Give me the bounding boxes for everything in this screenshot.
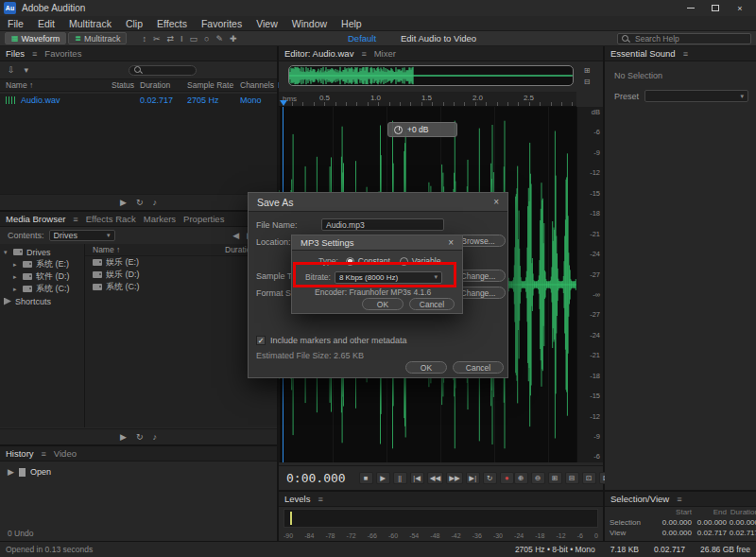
help-search-box[interactable] [617, 33, 751, 44]
selection-duration[interactable]: 0.00.000 [727, 518, 756, 527]
column-header[interactable]: Channels [240, 80, 278, 90]
save-as-ok-button[interactable]: OK [405, 361, 447, 374]
view-end[interactable]: 0.02.717 [692, 529, 727, 537]
menu-item[interactable]: Help [341, 18, 362, 29]
preview-loop-button[interactable]: ↻ [136, 432, 144, 442]
tree-item-drive[interactable]: ▸ 软件 (D:) [0, 270, 84, 283]
preset-select[interactable]: ▾ [644, 90, 748, 102]
menu-item[interactable]: Clip [126, 18, 143, 29]
zoom-out-time-button[interactable]: ⊟ [565, 472, 579, 484]
tab-selection-view[interactable]: Selection/View [610, 494, 669, 504]
record-button[interactable]: ● [500, 472, 514, 484]
column-name[interactable]: Name ↑ [93, 245, 225, 254]
contents-select[interactable]: Drives ▾ [49, 230, 115, 241]
view-start[interactable]: 0.00.000 [657, 529, 692, 537]
tab-video[interactable]: Video [54, 448, 77, 459]
timeline-ruler[interactable]: hms 0.51.01.52.02.5 [279, 92, 576, 107]
zoom-in-time-button[interactable]: ⊞ [548, 472, 562, 484]
tab-files[interactable]: Files [6, 48, 25, 59]
workspace-default[interactable]: Default [348, 33, 376, 44]
history-item-open[interactable]: ▶ Open [0, 465, 277, 479]
back-icon[interactable]: ◀ [232, 231, 239, 240]
editor-panel-menu-icon[interactable]: ≡ [361, 49, 366, 59]
menu-item[interactable]: Effects [157, 18, 187, 29]
files-search-box[interactable] [129, 65, 197, 76]
menu-item[interactable]: Edit [38, 18, 55, 29]
include-markers-checkbox[interactable]: ✓ [256, 336, 266, 345]
tree-item-drive[interactable]: ▸ 系统 (E:) [0, 258, 84, 270]
tab-levels[interactable]: Levels [284, 494, 310, 504]
slip-tool-icon[interactable]: ⇄ [167, 34, 175, 44]
rewind-button[interactable]: ◀◀ [427, 472, 444, 484]
selview-panel-menu-icon[interactable]: ≡ [677, 495, 681, 504]
tree-item-shortcuts[interactable]: Shortcuts [0, 295, 84, 307]
paintbrush-tool-icon[interactable]: ✎ [216, 34, 224, 44]
selection-start[interactable]: 0.00.000 [657, 518, 692, 527]
tab-mixer[interactable]: Mixer [374, 48, 396, 59]
preview-autoplay-button[interactable]: ♪ [152, 198, 157, 207]
time-display[interactable]: 0:00.000 [286, 471, 346, 485]
overview-settings-icon[interactable]: ⊟ [580, 78, 593, 87]
close-icon[interactable]: × [448, 237, 454, 248]
new-item-icon[interactable]: ▾ [25, 65, 29, 75]
view-duration[interactable]: 0.02.717 [727, 529, 756, 537]
preview-play-button[interactable]: ▶ [120, 198, 127, 207]
menu-item[interactable]: Multitrack [69, 18, 112, 29]
tab-essential-sound[interactable]: Essential Sound [610, 48, 676, 59]
waveform-view-button[interactable]: ▦ Waveform [5, 32, 66, 44]
time-selection-tool-icon[interactable]: I [180, 34, 183, 44]
workspace-edit-audio-to-video[interactable]: Edit Audio to Video [401, 33, 476, 44]
play-button[interactable]: ▶ [376, 472, 390, 484]
overview-waveform[interactable] [288, 65, 574, 86]
mp3-cancel-button[interactable]: Cancel [409, 298, 455, 310]
search-input[interactable] [633, 33, 737, 44]
tab-history[interactable]: History [6, 448, 34, 459]
tab-markers[interactable]: Markers [144, 214, 176, 224]
skip-to-start-button[interactable]: |◀ [410, 472, 424, 484]
column-header[interactable]: Duration [140, 80, 187, 90]
loop-playback-button[interactable]: ↻ [483, 472, 497, 484]
maximize-button[interactable] [703, 0, 728, 16]
minimize-button[interactable] [679, 0, 703, 16]
column-header[interactable]: Status [112, 80, 140, 90]
mp3-ok-button[interactable]: OK [362, 298, 404, 310]
fast-forward-button[interactable]: ▶▶ [446, 472, 463, 484]
menu-item[interactable]: Window [292, 18, 327, 29]
lasso-selection-tool-icon[interactable]: ○ [204, 34, 209, 44]
file-row-audio-wav[interactable]: Audio.wav 0.02.717 2705 Hz Mono [0, 94, 277, 106]
menu-item[interactable]: File [8, 18, 24, 29]
db-ruler[interactable]: dB -6-9-12-15-18-21-24-27-∞-27-24-21-18-… [576, 107, 603, 462]
tab-editor[interactable]: Editor: Audio.wav [284, 48, 353, 59]
menu-item[interactable]: View [256, 18, 278, 29]
move-tool-icon[interactable]: ↕ [142, 34, 146, 44]
close-icon[interactable]: × [493, 197, 499, 207]
column-header[interactable]: Name ↑ [6, 80, 112, 90]
chevron-right-icon[interactable]: ▸ [13, 261, 19, 269]
chevron-down-icon[interactable]: ▾ [4, 249, 9, 256]
playhead-marker[interactable] [280, 100, 287, 106]
multitrack-view-button[interactable]: ≣ Multitrack [68, 32, 127, 44]
stop-button[interactable]: ■ [359, 472, 373, 484]
zoom-in-button[interactable]: ⊕ [514, 472, 528, 484]
levels-panel-menu-icon[interactable]: ≡ [318, 495, 322, 504]
disclosure-icon[interactable]: ▶ [8, 467, 14, 477]
close-button[interactable]: × [728, 0, 752, 16]
volume-hud[interactable]: +0 dB [387, 122, 457, 137]
menu-item[interactable]: Favorites [201, 18, 242, 29]
marquee-selection-tool-icon[interactable]: ▭ [190, 34, 198, 44]
tab-effects-rack[interactable]: Effects Rack [86, 214, 136, 224]
column-header[interactable]: Sample Rate [187, 80, 240, 90]
selection-end[interactable]: 0.00.000 [692, 518, 727, 527]
pause-button[interactable]: || [393, 472, 407, 484]
razor-tool-icon[interactable]: ✂ [153, 34, 161, 44]
save-as-cancel-button[interactable]: Cancel [453, 361, 504, 374]
history-panel-menu-icon[interactable]: ≡ [42, 449, 46, 459]
zoom-out-button[interactable]: ⊖ [531, 472, 545, 484]
preview-play-button[interactable]: ▶ [120, 432, 127, 442]
spot-healing-tool-icon[interactable]: ✚ [230, 34, 237, 44]
tab-properties[interactable]: Properties [183, 214, 224, 224]
chevron-right-icon[interactable]: ▸ [13, 286, 19, 293]
zoom-to-selection-button[interactable]: ⊡ [582, 472, 596, 484]
files-panel-menu-icon[interactable]: ≡ [32, 49, 37, 59]
import-file-icon[interactable]: ⇩ [8, 65, 15, 75]
